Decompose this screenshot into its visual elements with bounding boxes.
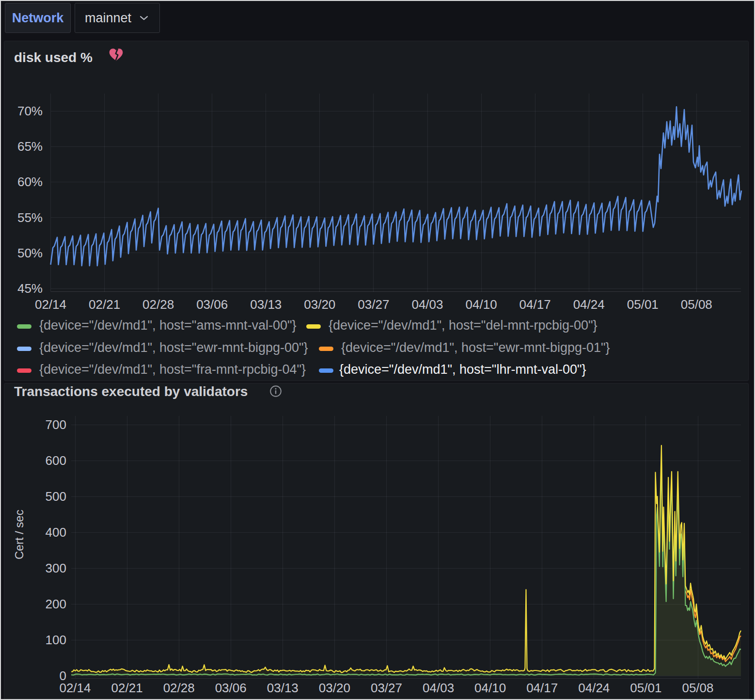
svg-text:100: 100 (46, 633, 66, 647)
svg-text:04/24: 04/24 (578, 681, 610, 695)
svg-text:05/08: 05/08 (682, 681, 713, 695)
svg-text:05/01: 05/01 (630, 681, 661, 695)
svg-text:02/14: 02/14 (35, 297, 66, 312)
svg-text:03/06: 03/06 (215, 681, 247, 695)
svg-text:02/21: 02/21 (111, 681, 143, 695)
svg-text:300: 300 (46, 561, 66, 575)
svg-text:700: 700 (46, 417, 66, 432)
svg-text:50%: 50% (17, 246, 43, 260)
svg-text:03/13: 03/13 (267, 681, 299, 695)
svg-text:600: 600 (46, 453, 66, 468)
svg-text:45%: 45% (17, 281, 43, 296)
svg-text:03/20: 03/20 (319, 681, 350, 695)
svg-text:02/28: 02/28 (142, 297, 174, 312)
svg-text:65%: 65% (17, 139, 43, 154)
svg-text:04/17: 04/17 (526, 681, 558, 695)
svg-text:04/03: 04/03 (423, 681, 454, 695)
svg-text:03/20: 03/20 (304, 297, 335, 312)
svg-text:04/24: 04/24 (573, 297, 605, 312)
svg-text:60%: 60% (17, 175, 43, 189)
svg-text:04/10: 04/10 (474, 681, 506, 695)
svg-text:200: 200 (46, 597, 66, 611)
svg-text:04/17: 04/17 (519, 297, 551, 312)
svg-text:03/27: 03/27 (371, 681, 402, 695)
svg-text:05/01: 05/01 (627, 297, 659, 312)
svg-text:400: 400 (46, 525, 66, 540)
svg-text:55%: 55% (17, 210, 43, 225)
svg-text:03/27: 03/27 (358, 297, 389, 312)
svg-text:02/14: 02/14 (59, 681, 91, 695)
svg-text:05/08: 05/08 (681, 297, 712, 312)
svg-text:03/06: 03/06 (196, 297, 228, 312)
svg-text:03/13: 03/13 (250, 297, 282, 312)
svg-text:500: 500 (46, 489, 66, 504)
svg-text:02/28: 02/28 (163, 681, 195, 695)
svg-text:70%: 70% (17, 104, 43, 118)
svg-text:02/21: 02/21 (89, 297, 120, 312)
svg-text:04/03: 04/03 (411, 297, 443, 312)
svg-text:04/10: 04/10 (466, 297, 497, 312)
